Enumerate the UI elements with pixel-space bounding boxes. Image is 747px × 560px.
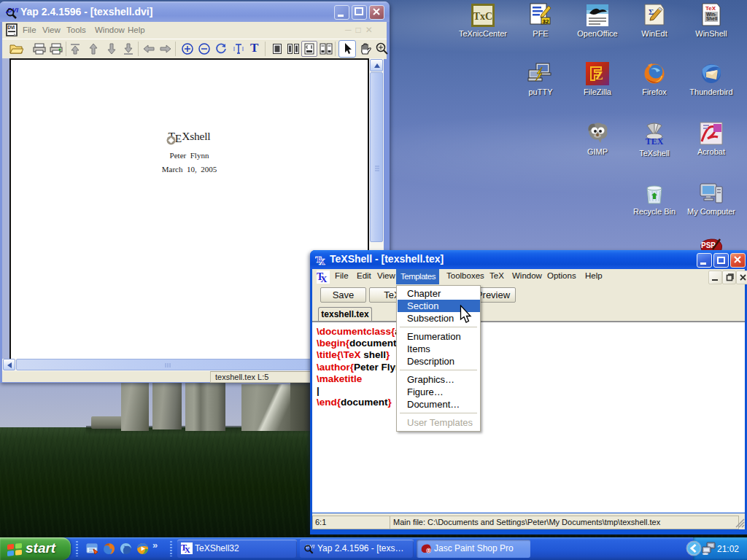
svg-text:TeX: TeX [705, 5, 716, 12]
svg-text:X: X [320, 274, 328, 284]
svg-text:X: X [319, 257, 325, 266]
svg-text:Z: Z [595, 69, 603, 82]
svg-text:Shell: Shell [706, 16, 718, 21]
svg-text:X: X [185, 545, 191, 554]
svg-text:TEX: TEX [646, 136, 664, 147]
svg-text:TxC: TxC [473, 11, 492, 22]
svg-text:32: 32 [543, 18, 549, 25]
svg-text:DVI: DVI [7, 25, 15, 30]
